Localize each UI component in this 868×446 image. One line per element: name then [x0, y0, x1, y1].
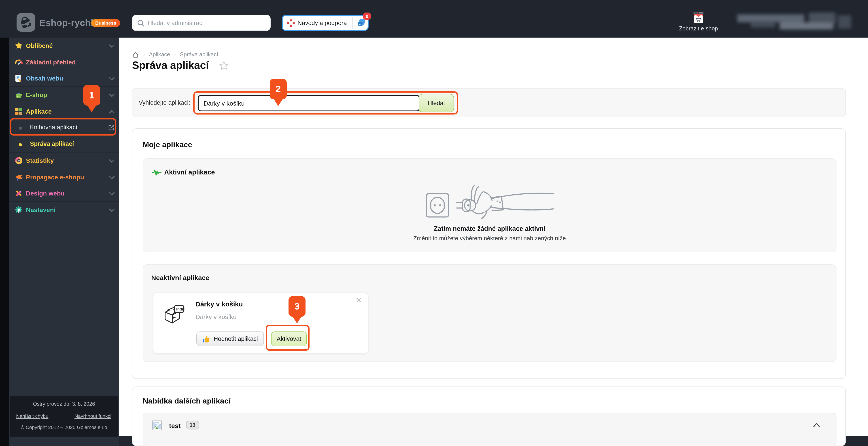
chevron-down-icon: [109, 44, 115, 48]
sidebar-item-zakladni-prehled[interactable]: Základní přehled: [9, 54, 119, 70]
view-eshop-button[interactable]: Zobrazit e-shop: [669, 0, 728, 38]
more-apps-accordion-row[interactable]: test 13: [143, 413, 836, 445]
close-icon[interactable]: ✕: [355, 296, 362, 305]
sidebar-item-eshop[interactable]: E-shop: [9, 87, 119, 103]
app-box-icon: Indi: [162, 305, 186, 326]
sidebar-item-statistiky[interactable]: Statistiky: [9, 153, 119, 169]
donut-chart-icon: [15, 157, 23, 165]
document-icon: [15, 74, 23, 83]
callout-1-highlight: [10, 118, 116, 135]
thumbs-up-icon: [203, 335, 211, 343]
app-name: Dárky v košíku: [195, 300, 243, 308]
sidebar-item-obsah-webu[interactable]: Obsah webu: [9, 70, 119, 87]
plan-badge: Business: [91, 19, 120, 27]
page-title: Správa aplikací: [132, 59, 209, 71]
chat-icon[interactable]: [356, 19, 366, 28]
lifebuoy-icon: [287, 19, 295, 27]
more-apps-title: Nabídka dalších aplikací: [143, 397, 230, 406]
empty-state-title: Zatím nemáte žádné aplikace aktivní: [143, 225, 836, 232]
apps-grid-icon: [15, 107, 23, 116]
support-button[interactable]: Návody a podpora: [282, 15, 369, 31]
empty-state-subtitle: Změnit to můžete výběrem některé z námi …: [143, 235, 836, 242]
breadcrumb-separator: ›: [174, 52, 176, 58]
basket-icon: [15, 91, 23, 99]
callout-step-3: 3: [288, 296, 306, 317]
chevron-down-icon: [109, 209, 115, 212]
topbar: Eshop-rychle Business Návody a podpora 0: [0, 0, 868, 38]
sidebar-item-sprava-aplikaci[interactable]: Správa aplikací: [9, 136, 119, 152]
rate-app-label: Hodnotit aplikaci: [214, 336, 258, 342]
breadcrumb-separator: ›: [143, 52, 145, 58]
app-description: Dárky v košíku: [195, 313, 237, 320]
sidebar-footer: Ostrý provoz do: 3. 8. 2026 Nahlásit chy…: [10, 396, 118, 437]
active-apps-panel: Aktivní aplikace: [143, 158, 836, 252]
chevron-down-icon: [109, 192, 115, 195]
callout-3-highlight: [266, 325, 310, 351]
main-content: › Aplikace › Správa aplikací Správa apli…: [119, 38, 868, 446]
admin-search-input[interactable]: [148, 15, 266, 30]
chevron-down-icon: [109, 94, 115, 97]
my-apps-title: Moje aplikace: [143, 140, 192, 150]
rate-app-button[interactable]: Hodnotit aplikaci: [196, 331, 264, 346]
copyright: © Copyright 2012 – 2025 Golemos s.r.o: [10, 424, 118, 430]
admin-app: Eshop-rychle Business Návody a podpora 0: [0, 0, 868, 446]
report-bug-link[interactable]: Nahlásit chybu: [16, 413, 48, 419]
support-label: Návody a podpora: [298, 20, 347, 26]
view-eshop-label: Zobrazit e-shop: [669, 26, 728, 32]
app-card-darky-v-kosiku: Indi Dárky v košíku Dárky v košíku ✕ Hod…: [153, 293, 369, 354]
my-apps-card: Moje aplikace Aktivní aplikace: [132, 128, 846, 379]
header-divider-right: [728, 8, 728, 37]
sidebar-item-oblibene[interactable]: Oblíbené: [9, 38, 119, 54]
inactive-apps-title: Neaktivní aplikace: [151, 274, 209, 281]
collapse-chevron-up-icon[interactable]: [813, 423, 820, 427]
suggest-feature-link[interactable]: Navrhnout funkci: [74, 413, 112, 419]
star-icon: [15, 42, 23, 50]
callout-step-1: 1: [83, 85, 100, 105]
more-apps-item-name: test: [169, 422, 181, 429]
pulse-icon: [152, 169, 161, 176]
admin-search: [132, 15, 271, 31]
notification-badge: 0: [363, 12, 371, 20]
app-search-label: Vyhledejte aplikaci:: [139, 99, 190, 106]
button-divider: [352, 18, 353, 29]
eshop-rychle-logo-icon[interactable]: [17, 13, 35, 32]
app-search-panel: Vyhledejte aplikaci: Hledat: [132, 88, 846, 117]
chevron-down-icon: [109, 77, 115, 81]
home-icon[interactable]: [132, 51, 139, 58]
count-badge: 13: [186, 421, 199, 429]
gauge-icon: [15, 58, 23, 66]
callout-step-2: 2: [270, 79, 287, 99]
sidebar: Oblíbené Základní přehled Obsah: [9, 38, 119, 446]
more-apps-card: Nabídka dalších aplikací test 13: [132, 386, 846, 446]
trial-info: Ostrý provoz do: 3. 8. 2026: [10, 401, 118, 407]
gear-icon: [15, 206, 23, 214]
logo-text: Eshop-rychle: [39, 18, 99, 28]
user-info-redacted: [737, 11, 852, 34]
search-icon: [137, 20, 145, 27]
search-submit-button[interactable]: Hledat: [419, 94, 454, 112]
sidebar-item-design-webu[interactable]: Design webu: [9, 185, 119, 201]
chevron-down-icon: [109, 159, 115, 163]
bullet-active-icon: [19, 143, 22, 146]
app-tag-label: Indi: [176, 307, 183, 311]
favorite-star-icon[interactable]: [219, 61, 228, 70]
chevron-up-icon: [109, 110, 115, 114]
storefront-icon: [692, 11, 705, 24]
design-tools-icon: [15, 189, 23, 197]
breadcrumb: › Aplikace › Správa aplikací: [132, 51, 218, 58]
sidebar-item-aplikace[interactable]: Aplikace: [9, 103, 119, 120]
chevron-down-icon: [109, 176, 115, 179]
app-search-input[interactable]: [198, 95, 420, 112]
breadcrumb-item-aplikace[interactable]: Aplikace: [149, 52, 170, 58]
breadcrumb-item-current: Správa aplikací: [180, 52, 218, 58]
sidebar-item-nastaveni[interactable]: Nastavení: [9, 202, 119, 218]
inactive-apps-panel: Neaktivní aplikace Indi: [143, 264, 836, 362]
sidebar-item-propagace[interactable]: Propagace e-shopu: [9, 169, 119, 185]
empty-state-illustration: [424, 183, 555, 220]
page-panel: › Aplikace › Správa aplikací Správa apli…: [119, 38, 868, 436]
active-apps-title: Aktivní aplikace: [164, 168, 215, 176]
megaphone-icon: [15, 173, 23, 181]
broken-image-icon: [152, 420, 162, 431]
